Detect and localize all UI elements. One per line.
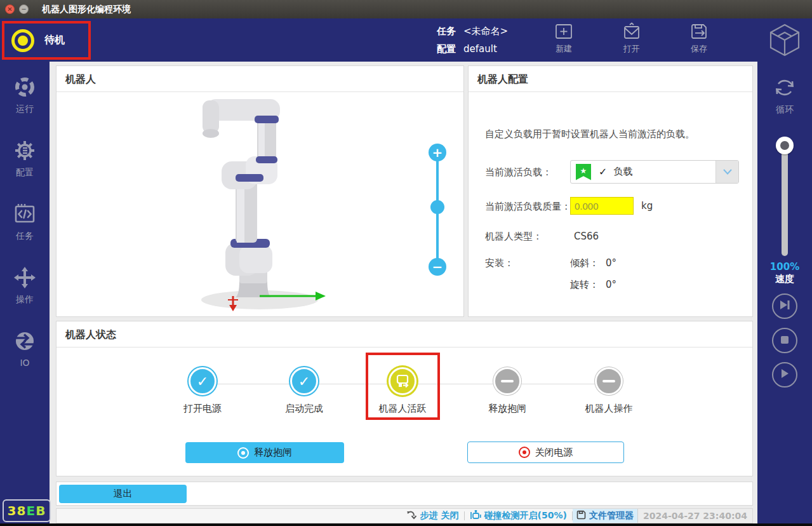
- badge-char: 3: [8, 503, 17, 518]
- config-panel-title: 机器人配置: [469, 66, 752, 92]
- check-icon: ✓: [290, 367, 318, 395]
- open-task-button[interactable]: 打开: [622, 22, 642, 55]
- loop-label: 循环: [776, 104, 794, 116]
- stop-button[interactable]: [772, 328, 797, 353]
- payload-description: 自定义负载用于暂时设置机器人当前激活的负载。: [485, 128, 695, 140]
- speed-percent-value: 100%: [757, 261, 812, 273]
- view-zoom-control: + −: [429, 144, 446, 276]
- robot-active-icon: [389, 367, 416, 395]
- standby-label: 待机: [44, 34, 65, 47]
- active-payload-value: 负载: [613, 166, 632, 178]
- step-robot-operate-label: 机器人操作: [585, 403, 633, 415]
- active-payload-label: 当前激活负载：: [485, 166, 552, 179]
- exit-button[interactable]: 退出: [59, 485, 187, 503]
- robot-status-panel: 机器人状态 ✓ 打开电源 ✓ 启动完成 机器人活跃 释放抱闸: [56, 321, 753, 476]
- sidebar-item-io[interactable]: IO: [0, 330, 50, 368]
- gear-icon: [13, 139, 36, 164]
- app-header: 待机 任务 <未命名> 配置 default 新建: [0, 18, 812, 62]
- minus-icon: [493, 367, 521, 395]
- io-swap-icon: [13, 330, 36, 354]
- save-icon: [689, 22, 709, 41]
- step-robot-active-label: 机器人活跃: [379, 403, 427, 415]
- task-value: <未命名>: [463, 25, 508, 37]
- file-manager-button[interactable]: 文件管理器: [573, 509, 637, 523]
- sidebar-item-task[interactable]: 任务: [0, 203, 50, 242]
- exit-row-panel: 退出: [56, 482, 753, 506]
- task-config-info: 任务 <未命名> 配置 default: [437, 18, 508, 62]
- speed-slider-track[interactable]: [782, 143, 788, 256]
- skip-next-icon: [779, 300, 790, 313]
- robot-panel: 机器人: [56, 65, 464, 317]
- chevron-down-icon[interactable]: [715, 161, 738, 183]
- badge-char: B: [36, 503, 46, 518]
- standby-status-icon: [11, 29, 34, 52]
- mount-label: 安装：: [485, 257, 514, 269]
- window-title: 机器人图形化编程环境: [42, 4, 131, 15]
- sidebar-item-operate[interactable]: 操作: [0, 266, 50, 306]
- target-icon-red: [519, 447, 530, 458]
- collision-detection-indicator[interactable]: 碰撞检测开启(50%): [465, 510, 572, 522]
- rotation-value: 0°: [606, 279, 616, 290]
- step-next-button[interactable]: [772, 293, 797, 319]
- left-sidebar: 运行 配置: [0, 62, 50, 523]
- loop-toggle[interactable]: 循环: [757, 76, 812, 116]
- zoom-in-button[interactable]: +: [429, 144, 446, 161]
- step-robot-active: 机器人活跃: [366, 367, 439, 415]
- step-mode-icon: [406, 510, 417, 522]
- code-window-icon: [13, 203, 36, 227]
- new-task-button[interactable]: 新建: [554, 22, 574, 55]
- release-brake-button-label: 释放抱闸: [254, 447, 292, 459]
- robot-mode-indicator[interactable]: 待机: [2, 21, 91, 60]
- zoom-slider-knob[interactable]: [430, 200, 444, 214]
- collision-detection-label: 碰撞检测开启(50%): [484, 510, 567, 522]
- zoom-out-button[interactable]: −: [429, 258, 446, 276]
- save-task-label: 保存: [691, 43, 707, 55]
- sidebar-task-label: 任务: [16, 231, 34, 242]
- active-payload-dropdown[interactable]: ★ ✓ 负载: [570, 160, 739, 184]
- task-label: 任务: [437, 25, 456, 37]
- payload-mass-input[interactable]: [570, 197, 634, 215]
- speed-slider-knob[interactable]: [776, 137, 794, 154]
- step-power-on: ✓ 打开电源: [166, 367, 239, 415]
- window-minimize-button[interactable]: ─: [19, 4, 29, 14]
- payload-check-icon: ✓: [599, 166, 607, 178]
- checksum-badge: 3 8 E B: [3, 499, 51, 522]
- system-timestamp: 2024-04-27 23:40:04: [637, 509, 752, 523]
- sidebar-item-config[interactable]: 配置: [0, 139, 50, 179]
- file-manager-label: 文件管理器: [589, 510, 634, 522]
- new-file-icon: [554, 22, 574, 41]
- window-close-button[interactable]: ✕: [5, 4, 15, 14]
- robot-programming-app: ✕ ─ 机器人图形化编程环境 待机 任务 <未命名> 配置 default: [0, 0, 812, 526]
- file-manager-icon: [576, 510, 586, 522]
- sidebar-item-run[interactable]: 运行: [0, 76, 50, 115]
- speed-label: 速度: [757, 273, 812, 285]
- config-value: default: [463, 43, 497, 55]
- speed-slider[interactable]: [757, 137, 812, 257]
- power-off-button-label: 关闭电源: [535, 447, 573, 459]
- robot-3d-view[interactable]: [164, 98, 368, 314]
- release-brake-button[interactable]: 释放抱闸: [185, 442, 344, 463]
- stop-icon: [780, 335, 789, 347]
- new-task-label: 新建: [556, 43, 572, 55]
- robot-config-panel: 机器人配置 自定义负载用于暂时设置机器人当前激活的负载。 当前激活负载： ★ ✓…: [468, 65, 753, 317]
- payload-bookmark-icon: ★: [576, 164, 591, 180]
- play-icon: [780, 368, 790, 381]
- save-task-button[interactable]: 保存: [689, 22, 709, 55]
- sidebar-operate-label: 操作: [16, 294, 34, 306]
- step-mode-indicator[interactable]: 步进 关闭: [401, 510, 464, 522]
- move-arrows-icon: [13, 266, 36, 291]
- play-button[interactable]: [772, 362, 797, 388]
- window-titlebar: ✕ ─ 机器人图形化编程环境: [0, 0, 812, 18]
- right-sidebar: 循环 100% 速度: [757, 62, 812, 523]
- step-release-brake: 释放抱闸: [470, 367, 544, 415]
- target-icon: [237, 447, 249, 459]
- tilt-label: 倾斜：: [570, 257, 599, 269]
- status-panel-title: 机器人状态: [57, 321, 752, 347]
- sidebar-config-label: 配置: [16, 167, 34, 179]
- step-robot-operate: 机器人操作: [572, 367, 646, 415]
- header-actions: 新建 打开: [554, 22, 709, 55]
- power-off-button[interactable]: 关闭电源: [467, 442, 624, 463]
- robot-type-value: CS66: [574, 231, 599, 242]
- open-task-label: 打开: [623, 43, 640, 55]
- collision-icon: [470, 510, 481, 522]
